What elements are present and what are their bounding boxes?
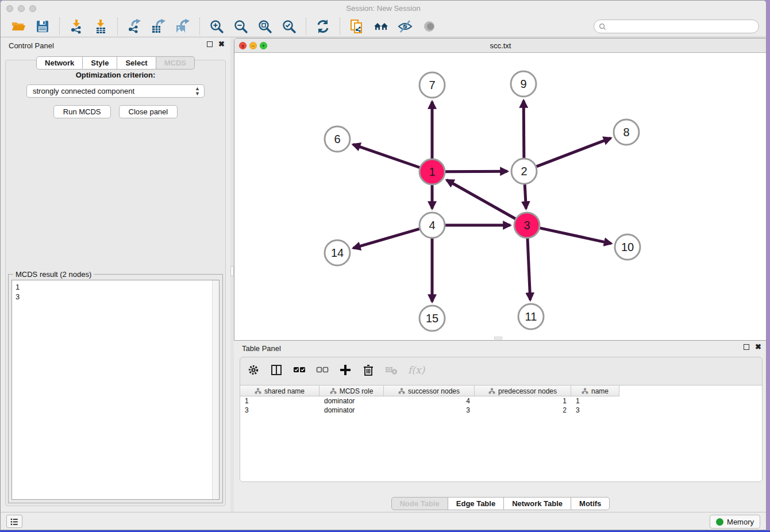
zoom-selected-icon[interactable] [282, 19, 297, 34]
search-icon [599, 23, 606, 30]
edge-2-9[interactable] [523, 101, 524, 158]
maximize-window-button[interactable] [29, 5, 36, 12]
edge-3-11[interactable] [528, 238, 530, 300]
table-cell[interactable]: 3 [571, 406, 619, 415]
select-all-columns-icon[interactable] [293, 364, 306, 376]
edge-3-1[interactable] [446, 180, 515, 218]
tab-motifs[interactable]: Motifs [571, 497, 610, 510]
node-label: 2 [521, 165, 527, 178]
status-bar: Memory [1, 512, 766, 530]
horizontal-splitter-grip[interactable] [494, 337, 502, 340]
column-header-mcds-role[interactable]: MCDS role [319, 385, 384, 396]
close-panel-button[interactable]: Close panel [119, 105, 178, 118]
export-table-icon[interactable] [151, 19, 166, 34]
network-window-titlebar: x − + scc.txt [234, 38, 767, 53]
import-network-icon[interactable] [69, 19, 84, 34]
network-zoom-button[interactable]: + [260, 42, 267, 49]
mcds-result-list[interactable]: 13 [11, 280, 220, 500]
table-panel-title: Table Panel [242, 344, 281, 353]
tab-mcds[interactable]: MCDS [156, 56, 195, 70]
table-cell[interactable]: dominator [319, 406, 384, 415]
refresh-layout-icon[interactable] [315, 19, 330, 34]
main-toolbar [1, 16, 766, 37]
table-cell[interactable]: 4 [384, 396, 475, 406]
duplicate-network-icon[interactable] [349, 19, 364, 34]
edge-2-3[interactable] [525, 184, 526, 209]
memory-button[interactable]: Memory [710, 515, 760, 529]
mcds-result-groupbox: MCDS result (2 nodes) 13 [8, 274, 223, 503]
open-session-icon[interactable] [11, 19, 26, 34]
column-header-predecessor-nodes[interactable]: predecessor nodes [475, 385, 571, 396]
save-session-icon[interactable] [35, 19, 50, 34]
column-header-name[interactable]: name [571, 385, 619, 396]
toolbar-separator [199, 18, 200, 35]
toolbar-separator [306, 18, 306, 35]
task-history-button[interactable] [6, 515, 22, 528]
tab-network-table[interactable]: Network Table [504, 497, 571, 510]
tab-style[interactable]: Style [83, 56, 117, 70]
node-label: 4 [429, 219, 435, 232]
table-cell[interactable]: 2 [475, 406, 571, 415]
float-panel-icon[interactable] [207, 41, 213, 47]
dropdown-stepper-icon: ▲▼ [195, 86, 200, 97]
close-panel-icon[interactable]: ✖ [218, 41, 225, 47]
zoom-out-icon[interactable] [233, 19, 248, 34]
add-column-icon[interactable] [339, 364, 352, 376]
toolbar-separator [340, 18, 340, 35]
mcds-scrollbar[interactable] [212, 280, 219, 499]
run-mcds-button[interactable]: Run MCDS [53, 105, 111, 118]
toolbar-separator [117, 18, 118, 35]
table-row[interactable]: 3dominator323 [240, 406, 619, 415]
show-all-icon[interactable] [422, 19, 437, 34]
table-cell[interactable]: 1 [571, 396, 619, 406]
node-table[interactable]: shared nameMCDS rolesuccessor nodesprede… [240, 385, 762, 481]
table-cell[interactable]: dominator [319, 396, 384, 406]
mcds-result-line: 3 [16, 292, 219, 302]
network-minimize-button[interactable]: − [249, 42, 257, 49]
close-table-panel-icon[interactable]: ✖ [755, 344, 761, 350]
tab-select[interactable]: Select [117, 56, 156, 70]
first-neighbors-icon[interactable] [374, 19, 388, 34]
import-table-icon[interactable] [93, 19, 108, 34]
table-row[interactable]: 1dominator411 [240, 396, 619, 406]
close-window-button[interactable] [6, 5, 13, 12]
table-cell[interactable]: 3 [240, 406, 319, 415]
criterion-value: strongly connected component [33, 87, 134, 95]
search-box[interactable] [594, 20, 759, 33]
column-header-shared-name[interactable]: shared name [240, 385, 319, 396]
export-network-icon[interactable] [127, 19, 142, 34]
edge-4-14[interactable] [353, 229, 419, 248]
node-label: 10 [621, 241, 634, 253]
edge-1-2[interactable] [445, 171, 507, 172]
table-cell[interactable]: 1 [240, 396, 319, 406]
node-label: 6 [334, 133, 340, 145]
deselect-all-columns-icon[interactable] [316, 364, 329, 376]
hide-selected-icon[interactable] [398, 19, 413, 34]
network-close-button[interactable]: x [239, 42, 247, 49]
criterion-dropdown[interactable]: strongly connected component ▲▼ [26, 84, 205, 98]
network-canvas[interactable]: 1234678910111415 [234, 53, 767, 340]
minimize-window-button[interactable] [18, 5, 25, 12]
edge-3-10[interactable] [540, 228, 611, 244]
table-cell[interactable]: 3 [384, 406, 475, 415]
export-image-icon[interactable] [175, 19, 190, 34]
table-settings-icon[interactable] [247, 364, 260, 376]
network-window-title: scc.txt [234, 38, 767, 53]
table-panel-header: Table Panel ✖ [234, 341, 767, 356]
tab-node-table[interactable]: Node Table [391, 497, 448, 510]
edge-2-8[interactable] [536, 138, 610, 166]
tab-network[interactable]: Network [36, 56, 83, 70]
column-header-successor-nodes[interactable]: successor nodes [384, 385, 475, 396]
search-input[interactable] [606, 21, 759, 32]
tab-edge-table[interactable]: Edge Table [448, 497, 504, 510]
edge-1-6[interactable] [353, 144, 419, 167]
split-columns-icon[interactable] [270, 364, 283, 376]
network-graph[interactable]: 1234678910111415 [234, 53, 767, 340]
float-table-panel-icon[interactable] [744, 344, 749, 350]
table-panel: Table Panel ✖ f(x) shared nameMCDS roles… [234, 341, 767, 513]
table-cell[interactable]: 1 [475, 396, 571, 406]
node-label: 8 [623, 126, 629, 138]
delete-column-icon[interactable] [362, 364, 375, 376]
zoom-fit-icon[interactable] [257, 19, 272, 34]
zoom-in-icon[interactable] [209, 19, 224, 34]
